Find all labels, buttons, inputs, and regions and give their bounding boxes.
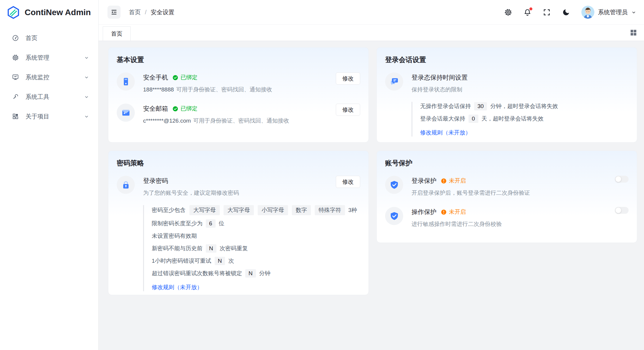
status-badge-label: 未开启 (449, 177, 466, 185)
moon-icon (562, 8, 570, 16)
tab-actions-button[interactable] (629, 29, 637, 37)
sidebar-item-label: 关于项目 (26, 113, 77, 121)
grid-icon (629, 29, 637, 37)
sidebar-item-system-tools[interactable]: 系统工具 (0, 87, 98, 107)
rule-value: 30 (474, 102, 487, 110)
card-password-policy: 密码策略 登录密码 为了您的账号安全， (108, 151, 369, 295)
dashboard-icon (12, 34, 19, 42)
rule-text: 登录会话最大保持 (420, 115, 465, 123)
card-session-settings: 登录会话设置 登录态保持时间设置 保持 (376, 47, 637, 142)
chevron-down-icon (631, 10, 636, 15)
rule-text: 未设置密码有效期 (152, 232, 197, 240)
warning-circle-icon (441, 178, 447, 184)
security-phone-body: 安全手机 已绑定 188****8888可用于身份验证、密码找回、通知接收 (143, 72, 330, 94)
operation-protection-toggle[interactable] (615, 207, 629, 214)
user-menu[interactable]: 系统管理员 (581, 6, 636, 19)
notifications-button[interactable] (523, 8, 531, 16)
security-phone-title: 安全手机 (143, 73, 168, 82)
sidebar-item-about[interactable]: 关于项目 (0, 107, 98, 126)
chat-icon (385, 72, 403, 91)
session-keep-title: 登录态保持时间设置 (412, 73, 468, 82)
gear-icon (12, 54, 19, 61)
logo-icon (7, 6, 20, 19)
login-protection-toggle[interactable] (615, 176, 629, 183)
apps-icon (12, 113, 19, 120)
card-title: 账号保护 (385, 159, 629, 168)
operation-protection-desc: 进行敏感操作时需进行二次身份校验 (412, 220, 609, 228)
shield-check-icon (385, 176, 403, 194)
content-area: 基本设置 安全手机 (99, 41, 644, 350)
rule-tag: 数字 (292, 205, 311, 215)
rule-value: N (206, 244, 216, 253)
rule-tag: 大写字母 (224, 205, 254, 215)
rule-value: N (215, 257, 225, 265)
card-title: 基本设置 (117, 55, 360, 64)
breadcrumb-current: 安全设置 (151, 8, 175, 16)
rule-text: 限制密码长度至少为 (152, 220, 202, 227)
rule-line: 无操作登录会话保持 30 分钟，超时登录会话将失效 (420, 102, 629, 110)
logo[interactable]: ContiNew Admin (0, 0, 98, 25)
status-badge: 已绑定 (173, 105, 197, 113)
phone-icon (117, 72, 135, 91)
sidebar-menu: 首页 系统管理 (0, 25, 98, 126)
rule-text: 次密码重复 (220, 245, 248, 252)
modify-password-rules-link[interactable]: 修改规则（未开放） (152, 284, 202, 291)
modify-phone-button[interactable]: 修改 (336, 72, 360, 85)
rule-line: 登录会话最大保持 0 天，超时登录会话将失效 (420, 114, 629, 123)
rule-tag: 小写字母 (258, 205, 288, 215)
card-basic-settings: 基本设置 安全手机 (108, 47, 369, 142)
chevron-down-icon (84, 55, 89, 61)
app-title: ContiNew Admin (25, 8, 91, 17)
session-keep-desc: 保持登录状态的限制 (412, 85, 629, 94)
card-title: 密码策略 (117, 159, 360, 168)
gear-icon (504, 8, 512, 16)
rule-line: 新密码不能与历史前 N 次密码重复 (152, 244, 360, 253)
status-badge-label: 已绑定 (181, 105, 197, 113)
settings-button[interactable] (504, 8, 512, 16)
menu-fold-icon (110, 8, 118, 16)
login-password-title: 登录密码 (143, 177, 168, 185)
sidebar-item-home[interactable]: 首页 (0, 28, 98, 48)
fullscreen-button[interactable] (543, 8, 551, 16)
tab-home[interactable]: 首页 (103, 26, 131, 41)
rule-text: 分钟，超时登录会话将失效 (490, 102, 558, 110)
sidebar-item-label: 系统工具 (26, 93, 77, 101)
status-badge-label: 已绑定 (181, 74, 197, 81)
operation-protection-item: 操作保护 未开启 进行敏感操作时需进行二次身份校验 (385, 207, 629, 228)
rule-line: 超过错误密码重试次数账号将被锁定 N 分钟 (152, 269, 360, 278)
top-header: 首页 / 安全设置 (99, 0, 644, 25)
login-protection-title: 登录保护 (412, 177, 436, 185)
card-account-protection: 账号保护 登录保护 (376, 151, 637, 243)
fullscreen-icon (543, 8, 551, 16)
login-protection-body: 登录保护 未开启 开启登录保护后，账号登录需进行二次身份验证 (412, 176, 609, 197)
login-protection-desc: 开启登录保护后，账号登录需进行二次身份验证 (412, 189, 609, 197)
breadcrumb-home[interactable]: 首页 (129, 8, 141, 16)
sidebar: ContiNew Admin 首页 (0, 0, 99, 350)
rule-text: 天，超时登录会话将失效 (482, 115, 544, 123)
chevron-down-icon (84, 114, 89, 119)
app-root: ContiNew Admin 首页 (0, 0, 644, 350)
toggle-knob (615, 208, 621, 213)
check-circle-icon (173, 75, 178, 80)
status-badge: 未开启 (441, 177, 466, 185)
avatar (581, 6, 594, 19)
modify-email-button[interactable]: 修改 (336, 104, 360, 116)
wrench-icon (12, 93, 19, 100)
sidebar-item-system-monitor[interactable]: 系统监控 (0, 67, 98, 87)
modify-session-rules-link[interactable]: 修改规则（未开放） (420, 129, 471, 137)
sidebar-item-label: 系统监控 (26, 73, 77, 81)
security-phone-desc: 188****8888可用于身份验证、密码找回、通知接收 (143, 85, 330, 94)
modify-password-button[interactable]: 修改 (336, 176, 360, 188)
email-value: c********@126.com (143, 118, 191, 124)
rule-line: 限制密码长度至少为 6 位 (152, 219, 360, 228)
breadcrumb-separator: / (145, 9, 147, 16)
security-email-desc: c********@126.com可用于身份验证、密码找回、通知接收 (143, 117, 330, 125)
menu-fold-button[interactable] (107, 6, 121, 19)
card-title: 登录会话设置 (385, 55, 629, 64)
security-email-item: 安全邮箱 已绑定 c********@126.com可用于身份验证、密码找回、通… (117, 104, 360, 125)
login-protection-item: 登录保护 未开启 开启登录保护后，账号登录需进行二次身份验证 (385, 176, 629, 197)
dark-mode-button[interactable] (562, 8, 570, 16)
security-email-title: 安全邮箱 (143, 104, 168, 113)
sidebar-item-system-management[interactable]: 系统管理 (0, 48, 98, 67)
breadcrumb: 首页 / 安全设置 (129, 8, 175, 16)
